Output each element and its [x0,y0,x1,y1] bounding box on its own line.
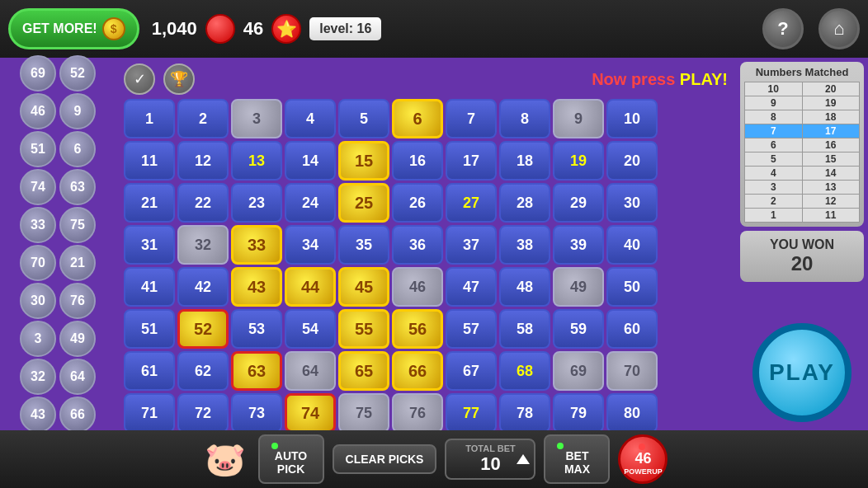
number-cell[interactable]: 35 [338,225,389,265]
side-number-ball[interactable]: 3 [20,321,56,357]
number-cell[interactable]: 48 [499,267,550,307]
number-cell[interactable]: 43 [231,267,282,307]
side-number-ball[interactable]: 21 [59,245,96,281]
side-number-ball[interactable]: 74 [20,169,56,205]
number-cell[interactable]: 22 [177,183,229,223]
number-cell[interactable]: 23 [231,183,282,223]
side-number-ball[interactable]: 46 [20,93,56,129]
number-cell[interactable]: 36 [392,225,443,265]
number-cell[interactable]: 66 [392,351,443,391]
number-cell[interactable]: 42 [177,267,229,307]
number-cell[interactable]: 72 [177,393,229,433]
side-number-ball[interactable]: 52 [59,55,96,92]
number-cell[interactable]: 5 [338,99,389,138]
number-cell[interactable]: 40 [606,225,658,265]
number-cell[interactable]: 38 [499,225,550,265]
side-number-ball[interactable]: 76 [59,283,96,319]
number-cell[interactable]: 77 [446,393,497,433]
bet-increase-arrow[interactable] [517,454,530,464]
number-cell[interactable]: 65 [338,351,389,391]
bet-max-button[interactable]: BETMAX [544,434,610,484]
number-cell[interactable]: 56 [392,309,443,349]
number-cell[interactable]: 9 [553,99,604,138]
number-cell[interactable]: 75 [338,393,389,433]
side-number-ball[interactable]: 75 [59,207,96,243]
number-cell[interactable]: 33 [231,225,282,265]
number-cell[interactable]: 45 [338,267,389,307]
number-cell[interactable]: 7 [446,99,497,138]
number-cell[interactable]: 13 [231,141,282,181]
checkmark-button[interactable]: ✓ [124,63,155,95]
number-cell[interactable]: 63 [231,351,282,391]
powerup-button[interactable]: 46 POWERUP [618,434,668,484]
play-button[interactable]: PLAY [752,323,851,422]
get-more-button[interactable]: GET MORE! $ [8,8,139,49]
number-cell[interactable]: 64 [285,351,336,391]
number-cell[interactable]: 19 [553,141,604,181]
clear-picks-button[interactable]: CLEAR PICKS [333,444,437,474]
number-cell[interactable]: 27 [446,183,497,223]
number-cell[interactable]: 68 [499,351,550,391]
number-cell[interactable]: 2 [177,99,229,138]
side-number-ball[interactable]: 51 [20,131,56,167]
number-cell[interactable]: 55 [338,309,389,349]
number-cell[interactable]: 28 [499,183,550,223]
number-cell[interactable]: 76 [392,393,443,433]
number-cell[interactable]: 32 [177,225,229,265]
number-cell[interactable]: 50 [606,267,658,307]
piggy-bank-icon[interactable]: 🐷 [200,437,250,482]
number-cell[interactable]: 11 [124,141,175,181]
home-button[interactable]: ⌂ [818,8,860,49]
side-number-ball[interactable]: 63 [59,169,96,205]
number-cell[interactable]: 57 [446,309,497,349]
number-cell[interactable]: 79 [553,393,604,433]
number-cell[interactable]: 30 [606,183,658,223]
number-cell[interactable]: 61 [124,351,175,391]
number-cell[interactable]: 71 [124,393,175,433]
number-cell[interactable]: 12 [177,141,229,181]
number-cell[interactable]: 58 [499,309,550,349]
number-cell[interactable]: 53 [231,309,282,349]
number-cell[interactable]: 21 [124,183,175,223]
number-cell[interactable]: 31 [124,225,175,265]
side-number-ball[interactable]: 43 [20,396,56,433]
trophy-button[interactable]: 🏆 [163,63,195,95]
number-cell[interactable]: 51 [124,309,175,349]
number-cell[interactable]: 29 [553,183,604,223]
side-number-ball[interactable]: 9 [59,93,96,129]
side-number-ball[interactable]: 66 [59,396,96,433]
number-cell[interactable]: 20 [606,141,658,181]
number-cell[interactable]: 24 [285,183,336,223]
number-cell[interactable]: 17 [446,141,497,181]
side-number-ball[interactable]: 64 [59,359,96,395]
number-cell[interactable]: 14 [285,141,336,181]
number-cell[interactable]: 59 [553,309,604,349]
number-cell[interactable]: 39 [553,225,604,265]
number-cell[interactable]: 18 [499,141,550,181]
side-number-ball[interactable]: 49 [59,321,96,357]
auto-pick-button[interactable]: AUTOPICK [258,434,324,484]
number-cell[interactable]: 70 [606,351,658,391]
number-cell[interactable]: 3 [231,99,282,138]
side-number-ball[interactable]: 30 [20,283,56,319]
number-cell[interactable]: 54 [285,309,336,349]
number-cell[interactable]: 60 [606,309,658,349]
number-cell[interactable]: 74 [285,393,336,433]
side-number-ball[interactable]: 69 [20,55,56,92]
number-cell[interactable]: 49 [553,267,604,307]
number-cell[interactable]: 73 [231,393,282,433]
number-cell[interactable]: 78 [499,393,550,433]
number-cell[interactable]: 67 [446,351,497,391]
number-cell[interactable]: 80 [606,393,658,433]
side-number-ball[interactable]: 70 [20,245,56,281]
number-cell[interactable]: 47 [446,267,497,307]
number-cell[interactable]: 34 [285,225,336,265]
number-cell[interactable]: 44 [285,267,336,307]
number-cell[interactable]: 15 [338,141,389,181]
side-number-ball[interactable]: 32 [20,359,56,395]
number-cell[interactable]: 69 [553,351,604,391]
side-number-ball[interactable]: 33 [20,207,56,243]
number-cell[interactable]: 8 [499,99,550,138]
number-cell[interactable]: 16 [392,141,443,181]
number-cell[interactable]: 10 [606,99,658,138]
